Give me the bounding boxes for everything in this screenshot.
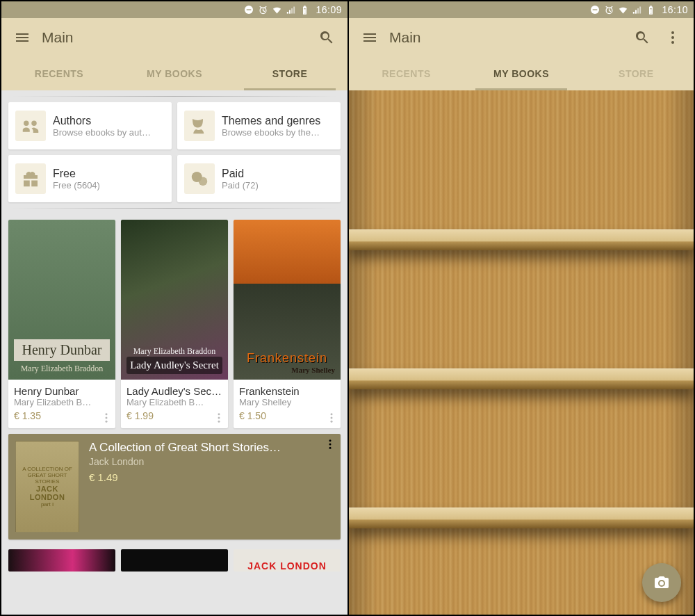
- books-peek-row: JACK LONDON: [1, 545, 348, 572]
- signal-icon: [632, 5, 642, 15]
- tab-recents[interactable]: RECENTS: [349, 57, 464, 90]
- category-genres[interactable]: Themes and genresBrowse ebooks by the…: [177, 102, 341, 149]
- camera-icon: [653, 574, 670, 591]
- svg-point-13: [331, 417, 333, 419]
- book-title: Frankenstein: [239, 385, 335, 397]
- svg-point-22: [671, 31, 674, 34]
- tab-mybooks[interactable]: MY BOOKS: [464, 57, 578, 90]
- cover-author: Mary Shelley: [239, 366, 335, 374]
- dnd-icon: [243, 4, 254, 15]
- alarm-icon: [258, 5, 268, 15]
- author-icon: [15, 111, 46, 141]
- signal-icon: [286, 5, 296, 15]
- svg-rect-1: [247, 9, 252, 10]
- book-price: € 1.35: [14, 410, 110, 421]
- category-title: Authors: [53, 115, 151, 127]
- category-title: Free: [53, 168, 100, 180]
- more-vert-icon: [325, 412, 338, 424]
- cover-text: JACK LONDON: [19, 485, 76, 501]
- tab-mybooks[interactable]: MY BOOKS: [117, 57, 232, 90]
- hamburger-icon: [14, 29, 31, 46]
- featured-author: Jack London: [89, 456, 281, 467]
- menu-button[interactable]: [7, 22, 38, 53]
- category-subtitle: Paid (72): [222, 180, 259, 191]
- category-subtitle: Browse ebooks by the…: [222, 127, 320, 138]
- svg-point-15: [329, 439, 332, 441]
- app-bar: Main RECENTS MY BOOKS STORE: [349, 18, 694, 90]
- gift-icon: [15, 163, 46, 194]
- status-time: 16:09: [316, 4, 342, 15]
- featured-title: A Collection of Great Short Stories…: [89, 441, 281, 455]
- books-row: Henry Dunbar Mary Elizabeth Braddon Henr…: [1, 214, 348, 428]
- svg-point-24: [671, 41, 674, 44]
- status-time: 16:10: [662, 4, 688, 15]
- svg-point-10: [218, 417, 220, 419]
- wifi-icon: [272, 5, 282, 15]
- book-cover: Frankenstein Mary Shelley: [234, 220, 341, 380]
- divider: [11, 208, 338, 209]
- screen-store: 16:09 Main RECENTS MY BOOKS STORE: [1, 1, 348, 615]
- category-grid: AuthorsBrowse ebooks by aut… Themes and …: [1, 102, 348, 202]
- svg-point-23: [671, 36, 674, 39]
- featured-price: € 1.49: [89, 471, 281, 483]
- battery-icon: [300, 5, 310, 15]
- store-body: AuthorsBrowse ebooks by aut… Themes and …: [1, 90, 348, 615]
- search-icon: [634, 29, 651, 46]
- wifi-icon: [618, 5, 628, 15]
- book-card[interactable]: Mary Elizabeth Braddon Lady Audley's Sec…: [121, 220, 228, 428]
- search-icon: [318, 29, 335, 46]
- shelf: [349, 229, 694, 250]
- category-subtitle: Free (5604): [53, 180, 100, 191]
- book-peek[interactable]: JACK LONDON: [234, 549, 341, 572]
- book-title: Henry Dunbar: [14, 385, 110, 397]
- book-price: € 1.50: [239, 410, 335, 421]
- search-button[interactable]: [627, 22, 657, 53]
- svg-rect-3: [304, 9, 306, 13]
- search-button[interactable]: [311, 22, 342, 53]
- category-subtitle: Browse ebooks by aut…: [53, 127, 151, 138]
- menu-button[interactable]: [354, 22, 385, 53]
- shelf: [349, 508, 694, 528]
- cover-author: Mary Elizabeth Braddon: [14, 364, 110, 374]
- book-cover: Henry Dunbar Mary Elizabeth Braddon: [8, 220, 115, 380]
- more-vert-icon: [213, 412, 225, 424]
- scan-fab[interactable]: [642, 563, 681, 602]
- cover-text: GREAT SHORT STORIES: [19, 472, 76, 485]
- book-card[interactable]: Henry Dunbar Mary Elizabeth Braddon Henr…: [8, 220, 115, 428]
- cover-title: Henry Dunbar: [14, 339, 110, 361]
- category-authors[interactable]: AuthorsBrowse ebooks by aut…: [8, 102, 172, 149]
- svg-point-17: [329, 447, 332, 449]
- category-paid[interactable]: PaidPaid (72): [177, 155, 341, 202]
- tab-store[interactable]: STORE: [232, 57, 348, 90]
- featured-more-button[interactable]: [324, 438, 336, 451]
- book-peek[interactable]: [8, 549, 115, 572]
- cover-text: A COLLECTION OF: [22, 466, 72, 472]
- page-title: Main: [38, 29, 311, 46]
- divider: [11, 96, 338, 97]
- svg-point-16: [329, 444, 332, 446]
- masks-icon: [184, 111, 215, 141]
- featured-cover: A COLLECTION OF GREAT SHORT STORIES JACK…: [15, 441, 79, 533]
- book-card[interactable]: Frankenstein Mary Shelley Frankenstein M…: [234, 220, 341, 428]
- featured-book[interactable]: A COLLECTION OF GREAT SHORT STORIES JACK…: [8, 434, 341, 540]
- status-bar: 16:09: [1, 1, 348, 18]
- category-free[interactable]: FreeFree (5604): [8, 155, 172, 202]
- library-shelf-view[interactable]: [349, 90, 694, 615]
- tab-recents[interactable]: RECENTS: [1, 57, 117, 90]
- overflow-button[interactable]: [657, 22, 688, 53]
- more-vert-icon: [664, 29, 681, 46]
- cover-text: part I: [41, 501, 54, 508]
- tab-store[interactable]: STORE: [579, 57, 694, 90]
- book-title: Lady Audley's Sec…: [126, 385, 222, 397]
- book-peek[interactable]: [121, 549, 228, 572]
- alarm-icon: [604, 5, 614, 15]
- svg-rect-21: [651, 9, 653, 13]
- book-price: € 1.99: [126, 410, 222, 421]
- book-more-button[interactable]: [213, 412, 225, 424]
- screen-mybooks: 16:10 Main RECENTS MY BOOKS STORE: [348, 1, 694, 615]
- shelf: [349, 368, 694, 389]
- book-more-button[interactable]: [100, 412, 113, 424]
- book-more-button[interactable]: [325, 412, 338, 424]
- tabs: RECENTS MY BOOKS STORE: [349, 57, 694, 90]
- app-bar: Main RECENTS MY BOOKS STORE: [1, 18, 348, 90]
